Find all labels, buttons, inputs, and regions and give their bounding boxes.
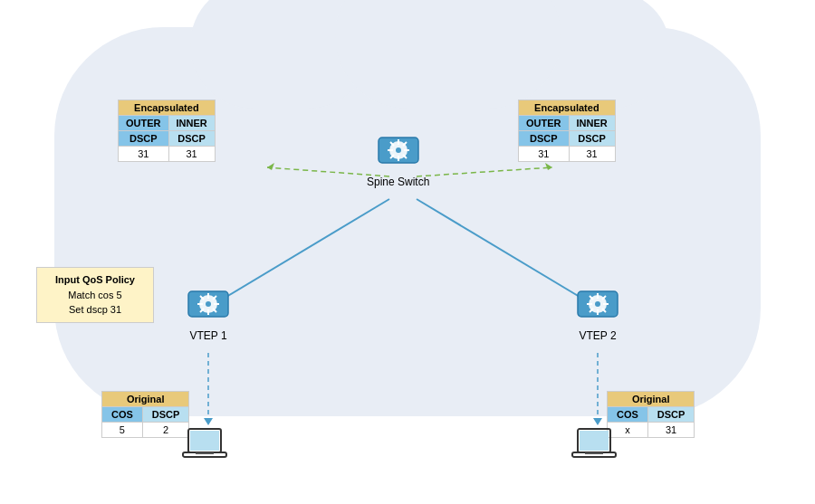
encap-left-val1: 31 [119,147,169,162]
orig-table-left: Original COS DSCP 5 2 [101,391,189,438]
orig-right-dscp-label: DSCP [647,407,695,423]
orig-table-right: Original COS DSCP x 31 [607,391,695,438]
encap-right-inner-label: INNER [569,116,615,131]
laptop-left [181,427,228,465]
encap-left-val2: 31 [168,147,215,162]
encap-right-header: Encapsulated [519,100,616,116]
laptop-right-icon [570,427,618,465]
qos-line2: Match cos 5 [44,288,146,303]
encap-right-dscp-outer: DSCP [519,131,570,147]
vtep2-icon [574,281,621,328]
encap-left-dscp-inner: DSCP [168,131,215,147]
spine-switch: Spine Switch [367,127,429,188]
encap-left-dscp-outer: DSCP [119,131,169,147]
orig-left-header: Original [102,392,189,407]
encap-right-outer-label: OUTER [519,116,570,131]
encap-right-dscp-inner: DSCP [569,131,615,147]
vtep1-device: VTEP 1 [185,281,232,342]
qos-line1: Input QoS Policy [44,272,146,288]
spine-switch-icon [375,127,422,174]
svg-marker-7 [204,418,213,425]
diagram-container: Spine Switch VTEP 1 [0,0,815,504]
spine-label: Spine Switch [367,176,429,188]
svg-rect-48 [580,431,609,451]
vtep2-device: VTEP 2 [574,281,621,342]
encap-table-right: Encapsulated OUTER INNER DSCP DSCP 31 31 [518,100,616,162]
qos-line3: Set dscp 31 [44,302,146,318]
svg-rect-46 [196,452,214,454]
svg-point-31 [206,301,211,307]
svg-marker-9 [593,418,602,425]
encap-right-val1: 31 [519,147,570,162]
encap-right-val2: 31 [569,147,615,162]
laptop-right [570,427,618,465]
encap-left-outer-label: OUTER [119,116,169,131]
encap-left-header: Encapsulated [119,100,216,116]
orig-right-cos-label: COS [608,407,648,423]
vtep1-label: VTEP 1 [189,329,226,342]
svg-rect-50 [585,452,603,454]
orig-left-cos-val: 5 [102,423,143,438]
encap-left-inner-label: INNER [168,116,215,131]
svg-point-20 [396,147,401,153]
svg-point-42 [595,301,600,307]
orig-right-header: Original [608,392,695,407]
qos-policy-box: Input QoS Policy Match cos 5 Set dscp 31 [36,267,154,323]
orig-right-dscp-val: 31 [647,423,695,438]
orig-left-dscp-label: DSCP [142,407,189,423]
encap-table-left: Encapsulated OUTER INNER DSCP DSCP 31 31 [118,100,216,162]
laptop-left-icon [181,427,228,465]
svg-rect-44 [190,431,219,451]
vtep2-label: VTEP 2 [579,329,616,342]
orig-left-cos-label: COS [102,407,143,423]
cloud-background [54,27,761,416]
vtep1-icon [185,281,232,328]
